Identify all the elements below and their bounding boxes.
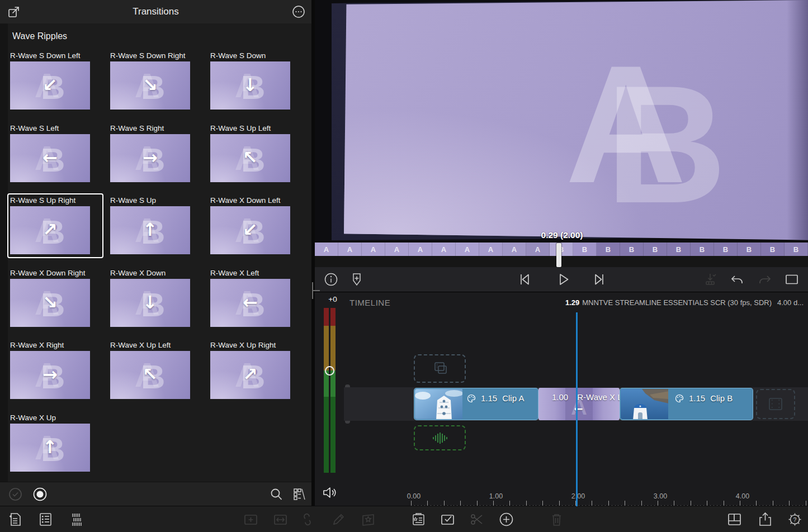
transition-item[interactable]: R-Wave X DownAB↓ [110,269,205,327]
select-clips-icon[interactable] [440,511,456,528]
skip-back-button[interactable] [517,272,532,287]
overwrite-clip-icon[interactable] [272,511,289,528]
filmstrip-frame[interactable]: A [338,243,362,256]
more-options-icon[interactable] [291,4,306,19]
transition-item-label: R-Wave X Down [110,269,205,278]
select-mode-icon[interactable] [8,487,23,502]
link-clips-icon[interactable] [299,511,315,528]
info-icon[interactable] [323,272,339,287]
video-preview[interactable]: A B 0.29 (2.00) [315,0,808,242]
speaker-icon[interactable] [322,484,338,501]
frames-view-icon[interactable] [70,511,86,528]
add-marker-icon[interactable] [349,272,365,287]
transition-item[interactable]: R-Wave S DownAB↓ [210,51,305,110]
transition-thumbnail: AB↗ [210,351,290,399]
transition-item[interactable]: R-Wave S Down LeftAB↙ [10,51,105,110]
filmstrip-frame[interactable]: B [550,243,573,256]
skip-forward-button[interactable] [592,272,607,287]
play-button[interactable] [555,272,571,287]
transition-item[interactable]: R-Wave X UpAB↑ [10,414,105,472]
preview-edge-shade [787,0,808,242]
fullscreen-preview-icon[interactable] [784,272,800,287]
timeline-clip-a[interactable]: 1.15 Clip A [414,388,538,420]
filmstrip-frame[interactable]: A [362,243,385,256]
filmstrip-frame[interactable]: A [315,243,338,256]
timeline-transition[interactable]: A 1.00 R-Wave X Lef ← [538,388,620,420]
filmstrip-frame[interactable]: B [761,243,785,256]
clip-b-name: Clip B [710,393,733,403]
transition-item[interactable]: R-Wave X LeftAB← [210,269,305,327]
library-list-view-icon[interactable] [37,511,54,528]
filmstrip-frame[interactable]: A [479,243,503,256]
transition-item[interactable]: R-Wave X Down RightAB↘ [10,269,105,327]
layout-panels-icon[interactable] [726,511,743,528]
next-clip-placeholder[interactable] [756,389,795,419]
transition-arrow-icon: ↓ [143,293,158,311]
filmstrip-frame[interactable]: A [456,243,479,256]
timeline-playhead[interactable] [576,312,578,506]
redo-button[interactable] [757,272,773,287]
filmstrip-frame[interactable]: A [526,243,550,256]
edit-clip-icon[interactable] [330,511,347,528]
filmstrip-frame[interactable]: A [503,243,526,256]
search-icon[interactable] [269,487,284,502]
filmstrip-frame[interactable]: A [385,243,409,256]
share-export-icon[interactable] [757,511,773,528]
panel-resize-handle[interactable] [311,282,322,300]
transition-item[interactable]: R-Wave X RightAB→ [10,341,105,399]
filmstrip-frame[interactable]: A [409,243,432,256]
settings-help-icon[interactable]: ? [787,511,803,528]
delete-clip-icon[interactable] [549,511,565,528]
filmstrip-frame[interactable]: B [714,243,738,256]
transition-item[interactable]: R-Wave S Up RightAB↗ [10,196,105,254]
filmstrip-frame[interactable]: B [597,243,620,256]
add-to-library-icon[interactable] [7,511,23,528]
grid-settings-icon[interactable] [292,487,307,502]
audio-meter-right[interactable] [330,308,336,473]
transition-item[interactable]: R-Wave S LeftAB← [10,124,105,182]
add-clip-icon[interactable] [498,511,514,528]
overlay-track-placeholder[interactable] [414,354,466,383]
transition-item[interactable]: R-Wave X Up LeftAB↖ [110,341,205,399]
undo-button[interactable] [729,272,745,287]
panel-footer [0,482,311,506]
preview-loop-icon[interactable] [32,487,48,502]
color-palette-icon [675,394,684,403]
filmstrip-frame[interactable]: B [620,243,644,256]
filmstrip-scrubber[interactable]: AAAAAAAAAABBBBBBBBBBB [315,243,808,256]
split-clip-icon[interactable] [469,511,485,528]
transitions-panel: Transitions Wave Ripples R-Wave S Down L… [0,0,311,506]
filmstrip-playhead[interactable] [556,243,561,267]
transition-item[interactable]: R-Wave S RightAB→ [110,124,205,182]
filmstrip-frame[interactable]: B [785,243,808,256]
filmstrip-frame[interactable]: A [432,243,456,256]
audio-gain-knob[interactable] [325,366,334,376]
transition-item[interactable]: R-Wave S Down RightAB↘ [110,51,205,110]
preset-clipboard-icon[interactable] [410,511,427,528]
insert-clip-icon[interactable] [243,511,259,528]
timeline-clip-b[interactable]: 1.15 Clip B [620,388,753,420]
transition-item[interactable]: R-Wave X Down LeftAB↙ [210,196,305,254]
filmstrip-frame[interactable]: B [644,243,667,256]
transition-arrow-icon: ↙ [42,76,58,94]
transition-arrow-icon: ↖ [143,366,158,384]
clip-a-label: 1.15 Clip A [467,393,524,403]
transition-item[interactable]: R-Wave S UpAB↑ [110,196,205,254]
transition-item[interactable]: R-Wave X Up RightAB↗ [210,341,305,399]
favorite-clip-icon[interactable] [360,511,376,528]
filmstrip-frame[interactable]: B [738,243,761,256]
filmstrip-frame[interactable]: B [667,243,691,256]
transition-item-label: R-Wave X Up Right [210,341,305,350]
filmstrip-frame[interactable]: B [573,243,597,256]
filmstrip-frame[interactable]: B [691,243,714,256]
clip-b-duration: 1.15 [689,393,705,403]
transition-arrow-icon: → [143,149,158,167]
audio-gain-label: +0 [320,295,345,303]
transitions-list: Wave Ripples R-Wave S Down LeftAB↙R-Wave… [8,23,311,482]
insert-to-timeline-icon[interactable] [703,272,719,287]
transition-item-label: R-Wave S Down Right [110,51,205,60]
transition-item[interactable]: R-Wave S Up LeftAB↖ [210,124,305,182]
audio-meter-left[interactable] [324,308,329,473]
audio-track-placeholder[interactable] [414,425,466,450]
transition-item-label: R-Wave S Left [10,124,105,133]
